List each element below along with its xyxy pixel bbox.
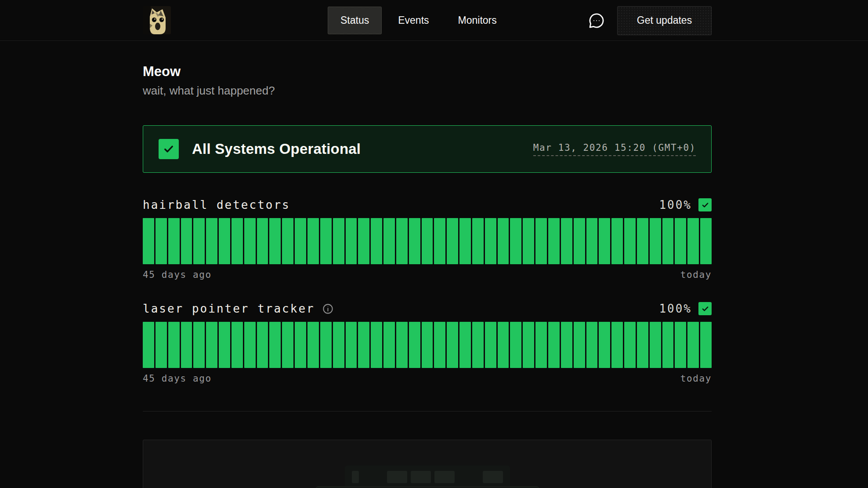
tab-events[interactable]: Events: [385, 7, 441, 34]
uptime-bar[interactable]: [675, 322, 686, 368]
uptime-bar[interactable]: [231, 322, 243, 368]
uptime-bar[interactable]: [485, 322, 496, 368]
uptime-bar[interactable]: [434, 322, 445, 368]
uptime-bar[interactable]: [599, 322, 610, 368]
uptime-bar[interactable]: [307, 218, 319, 264]
uptime-bar[interactable]: [687, 322, 699, 368]
uptime-bar[interactable]: [231, 218, 243, 264]
main-nav: Status Events Monitors: [328, 7, 510, 34]
uptime-bar[interactable]: [624, 322, 636, 368]
uptime-bar[interactable]: [156, 218, 167, 264]
uptime-bar[interactable]: [611, 322, 623, 368]
uptime-bar[interactable]: [535, 218, 547, 264]
uptime-bar[interactable]: [700, 322, 712, 368]
uptime-bar[interactable]: [333, 218, 344, 264]
uptime-bar[interactable]: [168, 218, 180, 264]
uptime-bar[interactable]: [358, 218, 369, 264]
uptime-bar[interactable]: [637, 322, 648, 368]
feedback-chat-button[interactable]: [587, 11, 606, 30]
uptime-bar[interactable]: [422, 322, 433, 368]
status-timestamp[interactable]: Mar 13, 2026 15:20 (GMT+0): [533, 142, 696, 156]
uptime-bar[interactable]: [320, 322, 332, 368]
info-icon[interactable]: [322, 303, 334, 315]
uptime-bar[interactable]: [637, 218, 648, 264]
uptime-bar[interactable]: [472, 322, 484, 368]
uptime-bar[interactable]: [523, 218, 534, 264]
uptime-bar[interactable]: [586, 218, 598, 264]
uptime-bar[interactable]: [383, 218, 395, 264]
uptime-bar[interactable]: [498, 322, 509, 368]
uptime-bar[interactable]: [282, 218, 293, 264]
uptime-bar[interactable]: [269, 322, 281, 368]
uptime-bar[interactable]: [181, 218, 192, 264]
uptime-bar[interactable]: [447, 322, 458, 368]
uptime-bar[interactable]: [434, 218, 445, 264]
uptime-bar[interactable]: [346, 322, 357, 368]
uptime-bar[interactable]: [574, 322, 585, 368]
uptime-bar[interactable]: [535, 322, 547, 368]
uptime-bar[interactable]: [358, 322, 369, 368]
uptime-bar[interactable]: [485, 218, 496, 264]
tab-monitors[interactable]: Monitors: [445, 7, 510, 34]
uptime-bar[interactable]: [244, 218, 256, 264]
uptime-bar[interactable]: [156, 322, 167, 368]
uptime-bar[interactable]: [548, 322, 560, 368]
uptime-bar[interactable]: [409, 322, 420, 368]
uptime-bar[interactable]: [269, 218, 281, 264]
uptime-bar[interactable]: [422, 218, 433, 264]
uptime-bar[interactable]: [371, 322, 382, 368]
get-updates-button[interactable]: Get updates: [617, 6, 712, 35]
uptime-bar[interactable]: [611, 218, 623, 264]
uptime-bar[interactable]: [206, 322, 217, 368]
uptime-bar[interactable]: [219, 218, 230, 264]
uptime-bar[interactable]: [371, 218, 382, 264]
uptime-bar[interactable]: [295, 322, 306, 368]
uptime-bar[interactable]: [523, 322, 534, 368]
uptime-bar[interactable]: [510, 218, 521, 264]
uptime-bar[interactable]: [624, 218, 636, 264]
uptime-bar[interactable]: [650, 218, 661, 264]
uptime-bar[interactable]: [447, 218, 458, 264]
footer-card: [143, 440, 712, 488]
uptime-bar[interactable]: [662, 218, 674, 264]
uptime-bar[interactable]: [346, 218, 357, 264]
tab-status[interactable]: Status: [328, 7, 382, 34]
uptime-bar[interactable]: [193, 322, 205, 368]
site-logo[interactable]: [143, 6, 171, 34]
uptime-bar[interactable]: [700, 218, 712, 264]
uptime-bar[interactable]: [282, 322, 293, 368]
uptime-bar[interactable]: [472, 218, 484, 264]
uptime-bar[interactable]: [687, 218, 699, 264]
uptime-bar[interactable]: [181, 322, 192, 368]
uptime-bar[interactable]: [307, 322, 319, 368]
uptime-bar[interactable]: [219, 322, 230, 368]
uptime-bar[interactable]: [561, 322, 572, 368]
uptime-bar[interactable]: [383, 322, 395, 368]
uptime-bar[interactable]: [257, 322, 268, 368]
uptime-bar[interactable]: [662, 322, 674, 368]
uptime-bar[interactable]: [206, 218, 217, 264]
uptime-bar[interactable]: [396, 218, 408, 264]
uptime-bar[interactable]: [675, 218, 686, 264]
uptime-bar[interactable]: [257, 218, 268, 264]
uptime-bar[interactable]: [574, 218, 585, 264]
uptime-bar[interactable]: [193, 218, 205, 264]
uptime-bar[interactable]: [586, 322, 598, 368]
uptime-bar[interactable]: [510, 322, 521, 368]
uptime-bar[interactable]: [143, 218, 154, 264]
uptime-bar[interactable]: [650, 322, 661, 368]
uptime-bar[interactable]: [548, 218, 560, 264]
uptime-bar[interactable]: [498, 218, 509, 264]
uptime-bar[interactable]: [599, 218, 610, 264]
uptime-bar[interactable]: [244, 322, 256, 368]
uptime-bar[interactable]: [168, 322, 180, 368]
uptime-bar[interactable]: [409, 218, 420, 264]
uptime-bar[interactable]: [459, 322, 471, 368]
uptime-bar[interactable]: [396, 322, 408, 368]
uptime-bar[interactable]: [320, 218, 332, 264]
uptime-bar[interactable]: [459, 218, 471, 264]
uptime-bar[interactable]: [561, 218, 572, 264]
uptime-bar[interactable]: [143, 322, 154, 368]
uptime-bar[interactable]: [295, 218, 306, 264]
uptime-bar[interactable]: [333, 322, 344, 368]
